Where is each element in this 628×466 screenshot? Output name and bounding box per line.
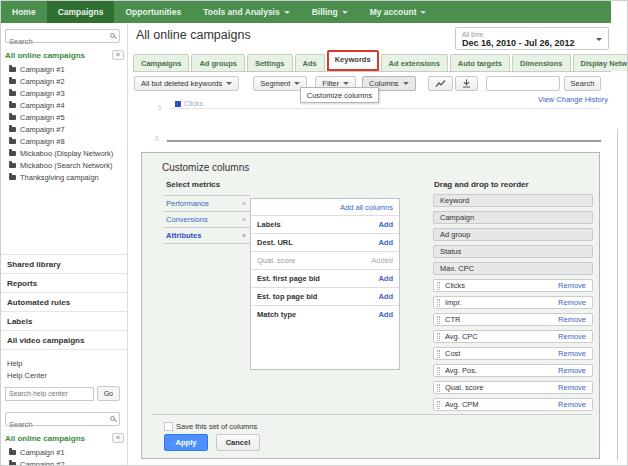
tab-campaigns[interactable]: Campaigns [133,54,189,71]
cancel-button[interactable]: Cancel [216,434,260,451]
remove-link[interactable]: Remove [558,366,586,375]
keyword-search-input[interactable] [486,76,560,91]
add-link[interactable]: Add [378,310,393,319]
draggable-column-avg-cpc[interactable]: Avg. CPCRemove [433,330,593,343]
draggable-column-qual-score[interactable]: Qual. scoreRemove [433,381,593,394]
draggable-column-cost[interactable]: CostRemove [433,347,593,360]
go-button[interactable]: Go [97,386,120,401]
chevron-down-icon [420,11,426,14]
remove-link[interactable]: Remove [558,315,586,324]
columns-menu-customize-columns[interactable]: Customize columns [300,87,379,103]
sidebar-item-campaign[interactable]: Thanksgiving campaign [1,171,127,183]
sidebar-item-campaign[interactable]: Campaign #3 [1,87,127,99]
add-all-columns-link[interactable]: Add all columns [251,199,399,215]
tab-auto-targets[interactable]: Auto targets [450,54,510,71]
sidebar-item-campaign[interactable]: Campaign #7 [1,123,127,135]
sidebar-bottom-search-input[interactable] [6,419,119,431]
remove-link[interactable]: Remove [558,298,586,307]
remove-link[interactable]: Remove [558,349,586,358]
sidebar-item-reports[interactable]: Reports [1,273,127,292]
sidebar-search-input[interactable] [6,36,119,48]
tab-ad-groups[interactable]: Ad groups [191,54,245,71]
drag-handle-icon[interactable] [437,282,440,290]
drag-handle-icon[interactable] [437,299,440,307]
sidebar-item-shared-library[interactable]: Shared library [1,254,127,273]
remove-link[interactable]: Remove [558,383,586,392]
add-link[interactable]: Add [378,274,393,283]
sidebar-section-list: Shared library Reports Automated rules L… [1,254,127,350]
help-center-link[interactable]: Help Center [1,369,127,381]
draggable-column-clicks[interactable]: ClicksRemove [433,279,593,292]
tab-display-network[interactable]: Display Network [573,54,628,71]
sidebar-item-campaign[interactable]: Campaign #1 [1,63,127,75]
help-search-input[interactable] [5,387,94,401]
apply-button[interactable]: Apply [164,434,208,451]
drag-handle-icon[interactable] [437,316,440,324]
nav-item-home[interactable]: Home [1,1,47,23]
tab-settings[interactable]: Settings [247,54,293,71]
nav-item-campaigns[interactable]: Campaigns [47,1,115,23]
save-columns-checkbox[interactable] [164,422,174,432]
sidebar-item-campaign[interactable]: Campaign #4 [1,99,127,111]
sidebar-item-campaign[interactable]: Campaign #2 [1,458,127,466]
date-range-selector[interactable]: All time Dec 16, 2010 - Jul 26, 2012 [455,27,609,50]
add-link[interactable]: Add [378,220,393,229]
top-navigation-bar: Home Campaigns Opportunities Tools and A… [1,1,611,23]
sidebar-item-campaign[interactable]: Campaign #1 [1,446,127,458]
category-conversions[interactable]: Conversions» [164,212,250,228]
keywords-filter-button[interactable]: All but deleted keywords [134,76,239,91]
remove-link[interactable]: Remove [558,332,586,341]
sidebar-campaigns-heading-row: All online campaigns « [1,47,127,63]
sidebar-item-campaign[interactable]: Mickaboo (Display Network) [1,147,127,159]
drag-handle-icon[interactable] [437,367,440,375]
sidebar-item-campaign[interactable]: Campaign #8 [1,135,127,147]
metric-row-est-top-page-bid: Est. top page bidAdd [251,287,399,305]
sidebar-item-automated-rules[interactable]: Automated rules [1,292,127,311]
tab-keywords[interactable]: Keywords [327,50,379,71]
draggable-column-impr[interactable]: Impr.Remove [433,296,593,309]
help-link[interactable]: Help [1,357,127,369]
view-change-history-link[interactable]: View Change History [538,95,608,104]
nav-item-opportunities[interactable]: Opportunities [114,1,192,23]
drag-handle-icon[interactable] [437,401,440,409]
draggable-column-avg-pos[interactable]: Avg. Pos.Remove [433,364,593,377]
remove-link[interactable]: Remove [558,281,586,290]
date-range-value: Dec 16, 2010 - Jul 26, 2012 [462,38,608,48]
sidebar-campaigns-heading[interactable]: All online campaigns [5,51,85,60]
chevron-right-icon: » [242,200,246,207]
nav-item-billing[interactable]: Billing [301,1,359,23]
sidebar-item-campaign[interactable]: Campaign #5 [1,111,127,123]
category-performance[interactable]: Performance» [164,196,250,212]
drag-handle-icon[interactable] [437,333,440,341]
folder-icon [9,91,16,96]
add-link[interactable]: Add [378,238,393,247]
draggable-column-ctr[interactable]: CTRRemove [433,313,593,326]
draggable-column-avg-cpm[interactable]: Avg. CPMRemove [433,398,593,411]
tab-dimensions[interactable]: Dimensions [512,54,571,71]
remove-link[interactable]: Remove [558,400,586,409]
download-button[interactable] [455,76,478,91]
chart-button[interactable] [428,76,453,91]
drag-handle-icon[interactable] [437,350,440,358]
add-link[interactable]: Add [378,292,393,301]
sidebar: All online campaigns « Campaign #1 Campa… [1,23,128,465]
chevron-down-icon [343,82,349,85]
category-attributes[interactable]: Attributes» [164,228,250,244]
nav-item-my-account[interactable]: My account [359,1,438,23]
collapse-sidebar-icon[interactable]: « [112,433,124,443]
sidebar-item-campaign[interactable]: Mickaboo (Search Network) [1,159,127,171]
tab-ads[interactable]: Ads [295,54,325,71]
sidebar-item-all-video-campaigns[interactable]: All video campaigns [1,330,127,349]
search-button[interactable]: Search [564,76,602,91]
sidebar-item-campaign[interactable]: Campaign #2 [1,75,127,87]
tab-ad-extensions[interactable]: Ad extensions [381,54,448,71]
sidebar-item-labels[interactable]: Labels [1,311,127,330]
sidebar-bottom-campaigns-heading[interactable]: All online campaigns [5,434,85,443]
collapse-sidebar-icon[interactable]: « [112,50,124,60]
folder-icon [9,450,16,455]
nav-item-tools-and-analysis[interactable]: Tools and Analysis [192,1,301,23]
drag-handle-icon[interactable] [437,384,440,392]
clicks-legend-label: Clicks [184,100,203,107]
dialog-title: Customize columns [162,162,249,173]
metric-row-dest-url: Dest. URLAdd [251,233,399,251]
